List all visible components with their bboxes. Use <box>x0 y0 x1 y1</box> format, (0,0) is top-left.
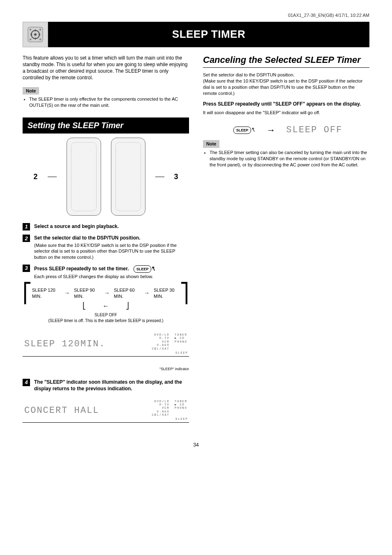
step-3: 3 Press SLEEP repeatedly to set the time… <box>23 265 189 280</box>
remote-front-illustration <box>67 138 101 216</box>
remote-control-icon <box>23 22 48 47</box>
footer-page-number: 34 <box>23 442 369 448</box>
arrow-icon: → <box>64 289 70 297</box>
note-body: The SLEEP timer is only effective for th… <box>29 96 189 108</box>
remote-back-illustration <box>111 138 145 216</box>
step-3-title: Press SLEEP repeatedly to set the timer.… <box>34 265 189 273</box>
svg-point-5 <box>30 39 31 40</box>
step-1: 1 Select a source and begin playback. <box>23 223 189 230</box>
svg-point-4 <box>39 29 41 30</box>
right-intro: Set the selector dial to the DSP/TUN pos… <box>203 72 369 96</box>
note-label: Note <box>23 87 39 95</box>
display-2-sources: DVD/LD D-TV VCR V-AUX CBL/SAT TUNER ▶ CD… <box>152 400 187 417</box>
display-1-sleep-indicator: SLEEP <box>175 351 188 355</box>
step-3-desc: Each press of SLEEP changes the display … <box>34 274 189 280</box>
display-2-text: CONCERT HALL <box>24 405 99 417</box>
left-column: This feature allows you to set a timer w… <box>23 55 189 426</box>
return-arrow: ⎣ ← ⎦ <box>23 302 189 311</box>
right-column: Canceling the Selected SLEEP Timer Set t… <box>203 55 369 426</box>
intro-text: This feature allows you to set a timer w… <box>23 55 189 81</box>
svg-point-2 <box>34 33 37 36</box>
section-cancel-title: Canceling the Selected SLEEP Timer <box>203 55 369 68</box>
step-number-3: 3 <box>23 265 30 272</box>
step-1-title: Select a source and begin playback. <box>34 223 189 230</box>
step-number-1: 1 <box>23 223 30 230</box>
display-1-sources: DVD/LD D-TV VCR V-AUX CBL/SAT TUNER ▶ CD… <box>152 333 187 350</box>
right-display-row: SLEEP ↖ → SLEEP OFF <box>203 124 369 136</box>
step-4-title: The "SLEEP" indicator soon illuminates o… <box>34 379 189 392</box>
sleep-indicator-callout: "SLEEP" indicator <box>23 366 189 371</box>
svg-point-3 <box>30 29 31 30</box>
step-4: 4 The "SLEEP" indicator soon illuminates… <box>23 379 189 393</box>
step-2: 2 Set the selector dial to the DSP/TUN p… <box>23 235 189 260</box>
note-block-1: Note The SLEEP timer is only effective f… <box>23 87 189 109</box>
callout-3: 3 <box>174 172 178 182</box>
step-2-title: Set the selector dial to the DSP/TUN pos… <box>34 235 189 241</box>
right-display-text: SLEEP OFF <box>286 124 343 136</box>
note-label-2: Note <box>203 140 219 148</box>
cycle-item-0: SLEEP 120 MIN. <box>32 287 60 299</box>
note-2-bullet-0: The SLEEP timer setting can also be canc… <box>210 150 369 168</box>
sleep-button-icon: SLEEP <box>233 127 251 134</box>
cycle-item-2: SLEEP 60 MIN. <box>114 287 140 299</box>
note-block-2: Note The SLEEP timer setting can also be… <box>203 140 369 168</box>
right-main-step: Press SLEEP repeatedly until "SLEEP OFF"… <box>203 101 369 107</box>
sleep-button-icon: SLEEP <box>134 265 152 273</box>
header-meta: 01AX1_27-38_EN(GB) 4/17/1, 10:22 AM <box>23 12 369 18</box>
cycle-item-3: SLEEP 30 MIN. <box>154 287 180 299</box>
right-after: It will soon disappear and the "SLEEP" i… <box>203 110 369 116</box>
arrow-icon: → <box>104 289 110 297</box>
display-1-text: SLEEP 120MIN. <box>24 338 106 350</box>
svg-point-6 <box>39 39 41 40</box>
step-number-2: 2 <box>23 235 30 242</box>
cursor-icon: ↖ <box>250 125 257 134</box>
cycle-off-desc: (SLEEP timer is off. This is the state b… <box>48 318 164 323</box>
display-2-sleep-indicator: SLEEP <box>175 417 188 421</box>
display-panel-1: SLEEP 120MIN. DVD/LD D-TV VCR V-AUX CBL/… <box>23 331 189 357</box>
step-number-4: 4 <box>23 379 30 386</box>
arrow-icon: → <box>144 289 150 297</box>
header-row: SLEEP TIMER <box>23 22 369 47</box>
step-2-desc: (Make sure that the 10 KEY/DSP switch is… <box>34 242 189 261</box>
callout-line-right <box>155 177 164 177</box>
section-setting-title: Setting the SLEEP Timer <box>23 117 189 134</box>
cycle-off-label: SLEEP OFF <box>95 313 117 317</box>
page-title: SLEEP TIMER <box>48 22 369 47</box>
remote-illustration-row: 2 3 <box>23 138 189 216</box>
cycle-off-block: SLEEP OFF (SLEEP timer is off. This is t… <box>23 312 189 323</box>
display-panel-2: CONCERT HALL DVD/LD D-TV VCR V-AUX CBL/S… <box>23 397 189 423</box>
cursor-icon: ↖ <box>150 264 157 273</box>
cycle-item-1: SLEEP 90 MIN. <box>74 287 100 299</box>
sleep-cycle-diagram: ⎡ SLEEP 120 MIN. → SLEEP 90 MIN. → SLEEP… <box>23 287 189 299</box>
arrow-icon: → <box>267 124 276 136</box>
callout-2: 2 <box>33 172 37 182</box>
callout-line-left <box>48 177 57 177</box>
